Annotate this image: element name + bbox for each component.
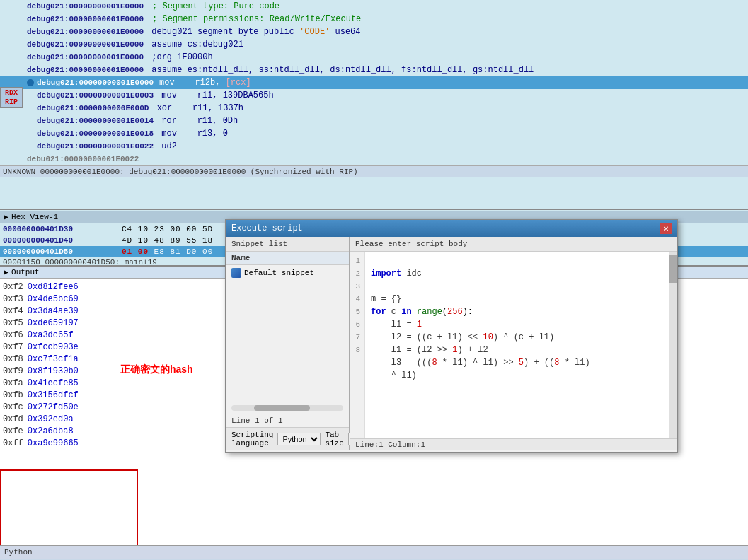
disasm-line-4[interactable]: debug021:00000000001E0000 ;org 1E0000h	[0, 51, 748, 64]
output-line-2: 0xf40x3da4ae39	[3, 305, 220, 317]
disasm-addr-7: debug021:00000000001E0003	[37, 91, 154, 100]
output-line-4: 0xf60xa3dc65f	[3, 329, 220, 342]
disasm-line-3[interactable]: debug021:00000000001E0000 assume cs:debu…	[0, 38, 748, 51]
output-line-9: 0xfb0x3156dfcf	[3, 390, 220, 402]
disasm-panel: RDX RIP debug021:00000000001E0000 ; Segm…	[0, 0, 748, 209]
disasm-line-8[interactable]: debug021:0000000000E000D xor r11, 1337h	[0, 102, 748, 115]
register-labels: RDX RIP	[0, 87, 23, 108]
disasm-code-9: ror r11, 0Dh	[156, 116, 238, 126]
disasm-line-6[interactable]: debug021:00000000001E0000 mov r12b, [rcx…	[0, 76, 748, 89]
output-line-12: 0xfe0x2a6dba8	[3, 426, 220, 438]
disasm-line-7[interactable]: debug021:00000000001E0003 mov r11, 139DB…	[0, 89, 748, 102]
disasm-line-0[interactable]: debug021:00000000001E0000 ; Segment type…	[0, 0, 748, 13]
disasm-line-2[interactable]: debug021:00000000001E0000 debug021 segme…	[0, 25, 748, 38]
output-line-0: 0xf20xd812fee6	[3, 281, 220, 293]
code-editor-content[interactable]: import idc m = {} for c in range(256): l…	[365, 252, 669, 438]
dialog-close-button[interactable]: ✕	[660, 223, 672, 234]
dialog-titlebar: Execute script ✕	[226, 220, 677, 237]
disasm-addr-2: debug021:00000000001E0000	[27, 28, 144, 36]
snippet-scrollbar-thumb	[254, 405, 310, 411]
disasm-dot-6	[27, 79, 34, 86]
disasm-addr-0: debug021:00000000001E0000	[27, 2, 144, 11]
disasm-line-12[interactable]: debu021:00000000001E0022	[0, 153, 748, 165]
hex-bytes-1: 4D 10 48 89 55 18	[122, 236, 213, 245]
output-line-13: 0xff0xa9e99665	[3, 438, 220, 450]
disasm-code-7: mov r11, 139DBA565h	[156, 91, 274, 100]
disasm-code-10: mov r13, 0	[156, 129, 228, 139]
snippet-scrollbar[interactable]	[231, 405, 343, 411]
output-title-label: Output	[11, 268, 40, 276]
hex-addr-0: 000000000401D30	[3, 225, 116, 233]
disasm-addr-1: debug021:00000000001E0000	[27, 15, 144, 23]
snippet-lang-row: Scripting language Python Tab size 4 Run…	[226, 427, 349, 450]
disasm-addr-6: debug021:00000000001E0000	[37, 78, 154, 87]
dialog-body: Snippet list Name Default snippet Line 1…	[226, 237, 677, 450]
output-icon: ▶	[4, 268, 8, 276]
snippet-list-title: Snippet list	[226, 237, 349, 252]
hex-addr-2: 000000000401D50	[3, 247, 116, 256]
rdx-label: RDX	[5, 89, 18, 97]
disasm-addr-4: debug021:00000000001E0000	[27, 53, 144, 62]
disasm-addr-11: debug021:00000000001E0022	[37, 142, 154, 151]
hex-bytes-0: C4 10 23 00 00 5D	[122, 225, 213, 233]
chinese-label: 正确密文的hash	[120, 363, 193, 376]
disasm-code-5: assume es:ntdll_dll, ss:ntdll_dll, ds:nt…	[146, 65, 534, 75]
script-editor: Please enter script body 1 2 3 4 5 6 7 8…	[350, 237, 677, 450]
output-line-10: 0xfc0x272fd50e	[3, 402, 220, 414]
output-line-3: 0xf50xde659197	[3, 317, 220, 329]
snippet-col-header: Name	[226, 252, 349, 265]
disasm-dot-7	[27, 92, 34, 99]
disasm-comment-1: ; Segment permissions: Read/Write/Execut…	[152, 14, 361, 24]
snippet-item-label: Default snippet	[244, 269, 314, 277]
disasm-status: UNKNOWN 000000000001E0000: debug021:0000…	[0, 165, 748, 177]
snippet-item-default[interactable]: Default snippet	[226, 265, 349, 281]
disasm-dot-8	[27, 105, 34, 112]
output-line-1: 0xf30x4de5bc69	[3, 293, 220, 305]
editor-scrollbar-thumb	[669, 255, 677, 283]
disasm-code-3: assume cs:debug021	[146, 40, 243, 49]
disasm-comment-0: ; Segment type: Pure code	[152, 1, 280, 11]
editor-title: Please enter script body	[350, 237, 677, 252]
line-numbers: 1 2 3 4 5 6 7 8	[350, 252, 365, 438]
output-line-8: 0xfa0x41ecfe85	[3, 378, 220, 390]
hex-bytes-2: 01 00 E8 81 D0 00	[122, 247, 213, 256]
disasm-addr-10: debug021:00000000001E0018	[37, 129, 154, 138]
python-footer: Python	[0, 545, 748, 559]
disasm-addr-3: debug021:00000000001E0000	[27, 40, 144, 49]
output-line-5: 0xf70xfccb903e	[3, 342, 220, 354]
disasm-dot-10	[27, 130, 34, 137]
disasm-dot-11	[27, 143, 34, 150]
disasm-line-5[interactable]: debug021:00000000001E0000 assume es:ntdl…	[0, 64, 748, 76]
editor-area[interactable]: 1 2 3 4 5 6 7 8 import idc m = {} for c …	[350, 252, 677, 438]
disasm-addr-5: debug021:00000000001E0000	[27, 66, 144, 74]
disasm-addr-8: debug021:0000000000E000D	[37, 104, 149, 112]
disasm-code-8: xor r11, 1337h	[151, 103, 243, 113]
execute-dialog: Execute script ✕ Snippet list Name Defau…	[225, 219, 678, 453]
hex-addr-1: 000000000401D40	[3, 236, 116, 245]
disasm-code-4: ;org 1E0000h	[146, 52, 213, 62]
output-line-11: 0xfd0x392ed0a	[3, 414, 220, 426]
editor-status: Line:1 Column:1	[350, 438, 677, 450]
scripting-lang-select[interactable]: Python	[277, 433, 321, 445]
disasm-code-6: mov r12b, [rcx]	[159, 78, 251, 88]
tab-size-label: Tab size	[325, 431, 343, 448]
dialog-title: Execute script	[231, 223, 303, 233]
snippet-line-info: Line 1 of 1	[226, 414, 349, 427]
editor-scrollbar[interactable]	[669, 252, 677, 438]
disasm-line-11[interactable]: debug021:00000000001E0022 ud2	[0, 140, 748, 153]
rip-label: RIP	[5, 98, 18, 106]
scripting-lang-label: Scripting language	[231, 431, 273, 448]
disasm-dot-9	[27, 117, 34, 124]
disasm-code-11: ud2	[156, 141, 177, 151]
disasm-addr-9: debug021:00000000001E0014	[37, 117, 154, 125]
disasm-addr-12: debu021:00000000001E0022	[27, 155, 139, 163]
disasm-code-2: debug021 segment byte public 'CODE' use6…	[146, 27, 360, 37]
disasm-line-10[interactable]: debug021:00000000001E0018 mov r13, 0	[0, 127, 748, 140]
snippet-item-icon	[231, 268, 241, 278]
disasm-line-1[interactable]: debug021:00000000001E0000 ; Segment perm…	[0, 13, 748, 25]
hex-title-label: Hex View-1	[11, 213, 58, 221]
hex-icon: ▶	[4, 213, 8, 221]
snippet-list: Snippet list Name Default snippet Line 1…	[226, 237, 350, 450]
disasm-line-9[interactable]: debug021:00000000001E0014 ror r11, 0Dh	[0, 115, 748, 127]
